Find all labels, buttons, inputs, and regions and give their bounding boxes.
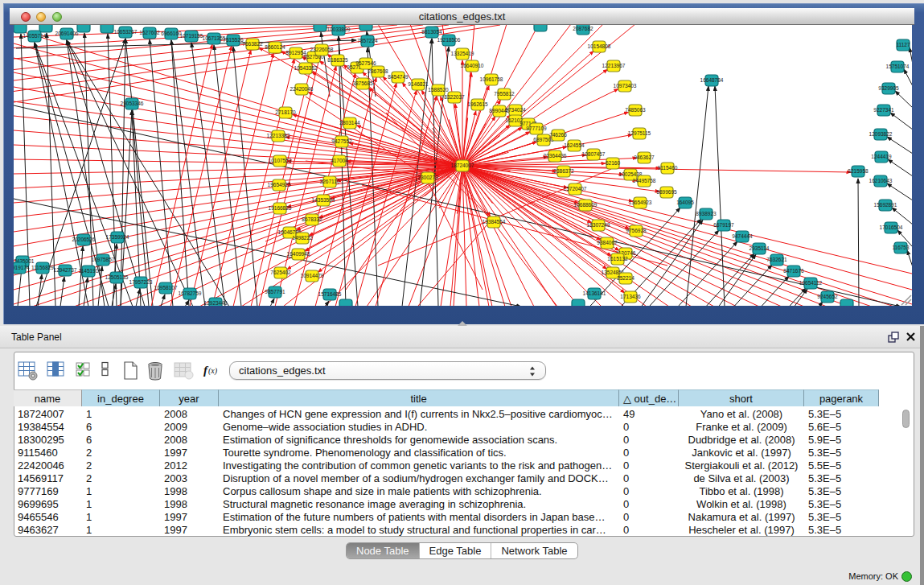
- svg-text:10653267: 10653267: [114, 29, 138, 35]
- svg-text:9474444: 9474444: [732, 233, 753, 239]
- svg-text:7663822: 7663822: [242, 41, 263, 47]
- svg-text:9329905: 9329905: [878, 85, 899, 91]
- svg-text:1527602: 1527602: [139, 30, 160, 35]
- svg-text:2087682: 2087682: [573, 26, 593, 31]
- svg-text:6899695: 6899695: [656, 189, 677, 195]
- svg-text:8454749: 8454749: [388, 74, 409, 80]
- svg-text:11156829: 11156829: [31, 265, 54, 270]
- svg-text:7955812: 7955812: [494, 91, 515, 97]
- svg-text:10807457: 10807457: [582, 151, 606, 157]
- svg-text:252214: 252214: [617, 275, 634, 281]
- svg-text:8186325: 8186325: [327, 57, 348, 63]
- svg-text:9527546: 9527546: [355, 60, 376, 66]
- svg-text:15692891: 15692891: [874, 202, 897, 208]
- svg-text:14136141: 14136141: [583, 290, 606, 296]
- svg-text:9146821: 9146821: [408, 81, 429, 87]
- svg-text:3919174: 3919174: [14, 265, 30, 270]
- svg-text:16640910: 16640910: [461, 63, 484, 68]
- svg-text:15751074: 15751074: [886, 64, 910, 69]
- svg-text:10688609: 10688609: [574, 202, 598, 208]
- svg-text:6966160: 6966160: [161, 31, 182, 36]
- svg-text:10107553: 10107553: [269, 158, 292, 163]
- svg-text:12093822: 12093822: [869, 131, 893, 137]
- svg-text:16782759: 16782759: [179, 290, 202, 296]
- svg-text:9756928: 9756928: [626, 228, 647, 233]
- svg-text:2803144: 2803144: [339, 120, 360, 126]
- svg-text:7857224: 7857224: [357, 38, 378, 43]
- svg-text:10154808: 10154808: [588, 43, 611, 49]
- svg-text:10654112: 10654112: [799, 280, 823, 286]
- svg-text:7515526: 7515526: [223, 37, 244, 43]
- svg-text:14495758: 14495758: [633, 178, 656, 183]
- svg-text:20691406: 20691406: [55, 31, 79, 36]
- svg-text:11127: 11127: [896, 42, 910, 47]
- svg-text:62160: 62160: [606, 160, 620, 166]
- svg-text:8938923: 8938923: [696, 211, 717, 216]
- svg-text:10975857: 10975857: [92, 257, 115, 262]
- svg-text:15720407: 15720407: [564, 186, 587, 192]
- svg-text:19384554: 19384554: [483, 219, 506, 225]
- svg-text:7625402: 7625402: [270, 270, 291, 275]
- svg-text:746266: 746266: [549, 132, 567, 138]
- svg-text:12923448: 12923448: [204, 300, 228, 306]
- svg-text:13654923: 13654923: [629, 200, 652, 205]
- svg-text:8660124: 8660124: [265, 44, 285, 50]
- svg-text:19654925: 19654925: [268, 182, 291, 187]
- svg-text:12942737: 12942737: [54, 267, 77, 273]
- svg-text:10543382: 10543382: [294, 65, 318, 71]
- svg-text:2386372: 2386372: [553, 168, 574, 174]
- svg-text:15716485: 15716485: [318, 291, 342, 297]
- svg-text:7485063: 7485063: [625, 107, 646, 113]
- svg-text:2300273: 2300273: [417, 175, 438, 180]
- svg-text:8322037: 8322037: [444, 94, 465, 100]
- svg-text:9427552: 9427552: [331, 138, 352, 144]
- svg-text:17957223: 17957223: [129, 279, 153, 285]
- svg-text:1244419: 1244419: [871, 154, 892, 159]
- svg-text:3875685: 3875685: [352, 80, 373, 86]
- svg-text:10033809: 10033809: [327, 27, 351, 32]
- svg-text:20364436: 20364436: [544, 153, 567, 159]
- svg-text:17016504: 17016504: [880, 225, 903, 230]
- svg-text:10973403: 10973403: [614, 83, 637, 89]
- svg-text:2718170: 2718170: [275, 109, 296, 115]
- svg-text:8813054: 8813054: [421, 29, 442, 35]
- svg-text:8215958: 8215958: [848, 168, 869, 174]
- svg-text:9777109: 9777109: [526, 126, 547, 131]
- svg-text:10914479: 10914479: [301, 273, 324, 278]
- svg-text:9245652: 9245652: [817, 294, 838, 299]
- svg-text:6679197: 6679197: [713, 222, 734, 228]
- svg-text:12213967: 12213967: [602, 63, 626, 68]
- svg-text:417004: 417004: [331, 158, 348, 163]
- svg-text:1962615: 1962615: [467, 101, 488, 107]
- svg-text:8471676: 8471676: [783, 268, 804, 274]
- svg-text:2935114: 2935114: [749, 245, 770, 251]
- svg-text:12213382: 12213382: [267, 133, 290, 138]
- svg-text:19218506: 19218506: [437, 37, 461, 43]
- svg-text:10961758: 10961758: [480, 76, 503, 82]
- svg-text:3267110: 3267110: [320, 179, 340, 184]
- svg-text:116753: 116753: [892, 245, 910, 250]
- svg-text:7632621: 7632621: [766, 257, 787, 262]
- svg-text:1498222: 1498222: [292, 235, 313, 241]
- svg-text:9857791: 9857791: [265, 289, 285, 295]
- svg-text:23226058: 23226058: [310, 47, 334, 52]
- svg-text:14055714: 14055714: [23, 33, 47, 39]
- svg-text:1713436: 1713436: [620, 294, 641, 299]
- svg-text:9115460: 9115460: [658, 165, 678, 171]
- svg-text:13325419: 13325419: [451, 51, 474, 56]
- svg-text:18307249: 18307249: [587, 222, 610, 228]
- svg-text:1615132: 1615132: [607, 256, 628, 262]
- svg-text:17359924: 17359924: [106, 234, 129, 240]
- svg-text:2867608: 2867608: [368, 68, 388, 74]
- svg-text:22420046: 22420046: [290, 86, 314, 92]
- svg-text:10719155: 10719155: [180, 33, 203, 39]
- svg-text:29053346: 29053346: [121, 101, 144, 106]
- svg-text:12975115: 12975115: [628, 130, 651, 136]
- svg-text:1145191: 1145191: [79, 268, 99, 274]
- svg-text:16409948: 16409948: [287, 251, 310, 257]
- svg-text:8678332: 8678332: [302, 216, 322, 222]
- svg-text:9227341: 9227341: [873, 107, 894, 113]
- svg-text:14353594: 14353594: [312, 197, 335, 203]
- svg-text:6897508: 6897508: [533, 137, 554, 142]
- svg-text:1624554: 1624554: [564, 142, 585, 148]
